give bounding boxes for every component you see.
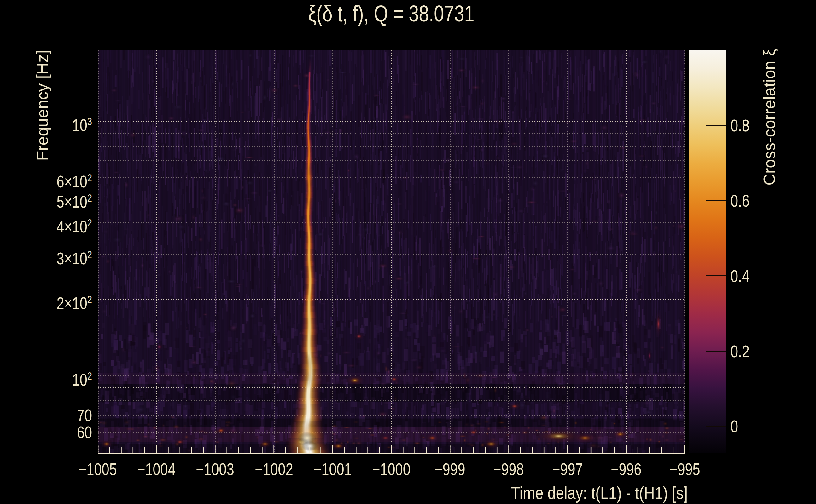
y-tick-label: 60 — [46, 424, 92, 441]
colorbar-tick-label: 0 — [731, 418, 771, 435]
y-axis-label: Frequency [Hz] — [33, 50, 52, 161]
colorbar-tick-label: 0.6 — [731, 192, 771, 209]
colorbar-tick — [706, 200, 726, 201]
x-tick-label: −1001 — [302, 461, 363, 478]
x-tick-label: −996 — [596, 461, 657, 478]
y-tick-label: 102 — [46, 367, 92, 388]
y-tick-label: 4×102 — [46, 214, 92, 235]
plot-area — [98, 50, 685, 454]
colorbar-gradient — [689, 50, 726, 453]
figure-root: ξ(δ t, f), Q = 38.0731 Frequency [Hz] 10… — [0, 0, 816, 504]
colorbar-label: Cross-correlation ξ — [760, 49, 779, 186]
y-tick-label: 103 — [46, 113, 92, 134]
x-axis-label: Time delay: t(L1) - t(H1) [s] — [428, 483, 688, 503]
colorbar-tick — [706, 351, 726, 352]
colorbar-tick — [706, 125, 726, 126]
x-tick-label: −998 — [478, 461, 539, 478]
x-tick-label: −1000 — [361, 461, 422, 478]
colorbar-tick-label: 0.4 — [731, 267, 771, 284]
x-tick-label: −999 — [420, 461, 480, 478]
y-tick-label: 2×102 — [46, 291, 92, 312]
x-tick-label: −995 — [655, 461, 715, 478]
y-tick-label: 3×102 — [46, 246, 92, 267]
x-tick-label: −1005 — [67, 461, 128, 478]
colorbar-tick-label: 0.2 — [731, 343, 771, 360]
x-tick-label: −997 — [537, 461, 598, 478]
y-tick-label: 5×102 — [46, 189, 92, 210]
y-tick-label: 70 — [46, 407, 92, 424]
x-tick-label: −1004 — [126, 461, 187, 478]
y-tick-label: 6×102 — [46, 169, 92, 190]
x-tick-label: −1003 — [185, 461, 245, 478]
colorbar-tick — [706, 426, 726, 427]
x-tick-label: −1002 — [244, 461, 304, 478]
chart-title: ξ(δ t, f), Q = 38.0731 — [156, 1, 626, 26]
colorbar-tick — [706, 275, 726, 276]
spectrogram-canvas — [98, 50, 685, 454]
